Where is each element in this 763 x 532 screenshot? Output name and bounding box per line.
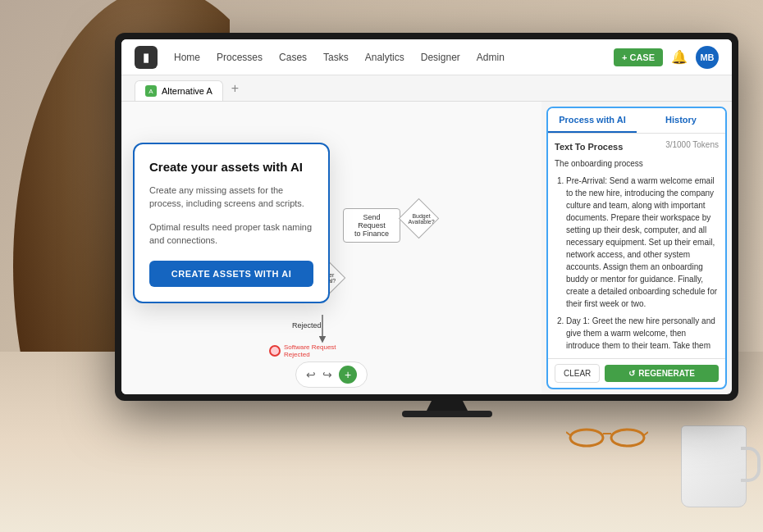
user-avatar[interactable]: MB: [696, 46, 719, 69]
ai-tooltip-popup: Create your assets with AI Create any mi…: [133, 143, 330, 303]
flow-node-rejected: Software Request Rejected: [269, 343, 345, 358]
svg-point-9: [611, 430, 644, 446]
nav-home[interactable]: Home: [174, 52, 200, 63]
tab-bar: A Alternative A +: [121, 75, 732, 102]
rp-steps-list: Pre-Arrival: Send a warm welcome email t…: [555, 175, 719, 352]
svg-line-11: [566, 432, 570, 435]
tab-add-button[interactable]: +: [226, 81, 244, 96]
rp-header-row: Text To Process 3/1000 Tokens: [555, 140, 719, 154]
svg-line-12: [644, 432, 648, 435]
app-logo: ▮: [135, 46, 158, 69]
bell-icon[interactable]: 🔔: [671, 49, 688, 65]
case-button[interactable]: + CASE: [614, 48, 663, 66]
nav-admin[interactable]: Admin: [477, 52, 505, 63]
right-panel: Process with AI History Text To Process …: [546, 107, 727, 389]
glasses-decoration: [566, 425, 648, 450]
create-ai-button[interactable]: CREATE ASSETS WITH AI: [149, 261, 313, 287]
nav-cases[interactable]: Cases: [279, 52, 307, 63]
right-panel-tabs: Process with AI History: [548, 108, 725, 134]
flow-node-budget: [399, 198, 439, 239]
right-panel-footer: CLEAR ↺ REGENERATE: [548, 358, 725, 388]
rp-section-title: Text To Process: [555, 142, 623, 152]
monitor-screen: ▮ Home Processes Cases Tasks Analytics D…: [121, 39, 732, 394]
right-panel-body: Text To Process 3/1000 Tokens The onboar…: [548, 134, 725, 358]
regenerate-icon: ↺: [628, 369, 635, 378]
redo-button[interactable]: ↪: [322, 368, 332, 381]
canvas-area[interactable]: Yes No RequestManager: [121, 102, 541, 394]
monitor-base: [402, 411, 492, 417]
ai-tooltip-desc1: Create any missing assets for the proces…: [149, 184, 313, 211]
monitor-container: ▮ Home Processes Cases Tasks Analytics D…: [115, 33, 738, 401]
coffee-mug: [681, 425, 747, 507]
logo-icon: ▮: [143, 51, 149, 64]
svg-point-8: [570, 430, 603, 446]
undo-button[interactable]: ↩: [306, 368, 316, 381]
nav-analytics[interactable]: Analytics: [365, 52, 404, 63]
clear-button[interactable]: CLEAR: [555, 364, 600, 383]
active-tab[interactable]: A Alternative A: [135, 80, 223, 101]
ai-tooltip-title: Create your assets with AI: [149, 159, 313, 175]
tab-history[interactable]: History: [637, 108, 725, 133]
ai-tooltip-desc2: Optimal results need proper task naming …: [149, 221, 313, 248]
nav-links: Home Processes Cases Tasks Analytics Des…: [174, 52, 597, 63]
main-content: Yes No RequestManager: [121, 102, 732, 394]
nav-processes[interactable]: Processes: [217, 52, 263, 63]
rp-token-count: 3/1000 Tokens: [665, 140, 719, 149]
tab-label: Alternative A: [162, 86, 212, 96]
flow-label-rejected: Rejected: [292, 321, 322, 330]
monitor-frame: ▮ Home Processes Cases Tasks Analytics D…: [115, 33, 738, 401]
add-element-button[interactable]: +: [339, 366, 357, 384]
nav-designer[interactable]: Designer: [421, 52, 460, 63]
regenerate-button[interactable]: ↺ REGENERATE: [605, 365, 719, 382]
tab-process-ai[interactable]: Process with AI: [548, 108, 637, 133]
nav-actions: + CASE 🔔 MB: [614, 46, 719, 69]
tab-icon: A: [145, 85, 157, 97]
canvas-toolbar: ↩ ↪ +: [295, 361, 368, 388]
navbar: ▮ Home Processes Cases Tasks Analytics D…: [121, 39, 732, 75]
rp-step-2: Day 1: Greet the new hire personally and…: [566, 315, 719, 352]
nav-tasks[interactable]: Tasks: [323, 52, 349, 63]
rp-intro-text: The onboarding process: [555, 157, 719, 170]
rp-step-1: Pre-Arrival: Send a warm welcome email t…: [566, 175, 719, 310]
rp-text-content: The onboarding process Pre-Arrival: Send…: [555, 157, 719, 352]
flow-node-send-request: Send Requestto Finance: [343, 208, 400, 243]
glasses-svg: [566, 425, 648, 450]
regenerate-label: REGENERATE: [638, 369, 695, 378]
